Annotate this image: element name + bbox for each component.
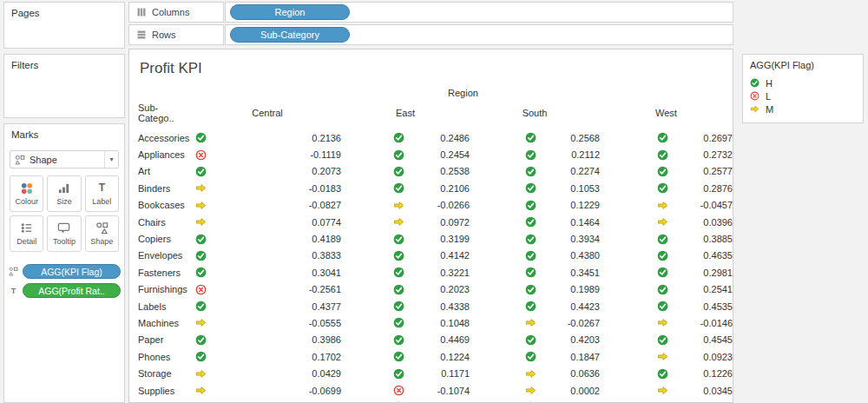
kpi-cell[interactable]: 0.0175 (600, 399, 733, 403)
detail-button[interactable]: Detail (10, 215, 43, 252)
row-label[interactable]: Labels (138, 301, 194, 312)
kpi-cell[interactable]: 0.2112 (470, 146, 600, 162)
legend-item-m[interactable]: M (750, 102, 856, 116)
legend-item-l[interactable]: L (750, 89, 856, 102)
colour-button[interactable]: Colour (10, 175, 43, 212)
kpi-cell[interactable]: 0.2876 (600, 180, 733, 196)
kpi-cell[interactable]: 0.1702 (194, 348, 341, 365)
kpi-cell[interactable]: -0.0555 (194, 314, 341, 331)
rows-shelf[interactable]: Sub-Category (225, 24, 733, 45)
size-button[interactable]: Size (47, 175, 81, 212)
label-button[interactable]: T Label (85, 175, 119, 212)
kpi-cell[interactable]: 0.4635 (600, 248, 733, 264)
kpi-cell[interactable]: 0.4423 (470, 298, 600, 314)
kpi-cell[interactable]: -0.0827 (194, 197, 341, 214)
kpi-cell[interactable]: 0.0345 (600, 382, 733, 399)
kpi-cell[interactable]: -0.0457 (600, 197, 733, 214)
kpi-cell[interactable]: 0.2577 (600, 163, 733, 180)
kpi-cell[interactable]: -0.1053 (470, 399, 600, 403)
kpi-cell[interactable]: 0.2106 (341, 180, 470, 196)
kpi-cell[interactable]: 0.0972 (341, 214, 470, 230)
columns-shelf[interactable]: Region (225, 2, 733, 23)
rows-pill-sub-category[interactable]: Sub-Category (230, 27, 350, 43)
kpi-cell[interactable]: -0.1074 (341, 382, 470, 399)
kpi-cell[interactable]: 0.1053 (470, 180, 600, 196)
kpi-cell[interactable]: 0.2732 (600, 146, 733, 162)
row-label[interactable]: Envelopes (138, 250, 194, 261)
mark-type-dropdown[interactable]: Shape ▾ (10, 150, 119, 168)
shape-button[interactable]: Shape (85, 215, 119, 252)
kpi-cell[interactable]: 0.2454 (341, 146, 470, 162)
kpi-cell[interactable]: 0.2274 (470, 163, 600, 180)
column-header-east[interactable]: East (341, 108, 470, 118)
kpi-cell[interactable]: -0.0909 (194, 399, 341, 403)
kpi-cell[interactable]: 0.1224 (341, 348, 470, 365)
kpi-cell[interactable]: 0.2073 (194, 163, 341, 180)
row-label[interactable]: Binders (138, 183, 194, 194)
kpi-cell[interactable]: 0.0923 (600, 348, 733, 365)
kpi-cell[interactable]: 0.4203 (470, 332, 600, 348)
kpi-cell[interactable]: 0.0429 (194, 365, 341, 381)
kpi-cell[interactable]: 0.4380 (470, 248, 600, 264)
kpi-cell[interactable]: 0.3934 (470, 230, 600, 247)
kpi-cell[interactable]: 0.1229 (470, 197, 600, 214)
row-label[interactable]: Phones (138, 352, 194, 362)
kpi-cell[interactable]: 0.4338 (341, 298, 470, 314)
kpi-cell[interactable]: 0.3199 (341, 230, 470, 247)
kpi-cell[interactable]: 0.2538 (341, 163, 470, 180)
kpi-cell[interactable]: 0.0002 (470, 382, 600, 399)
kpi-cell[interactable]: 0.3041 (194, 264, 341, 281)
row-label[interactable]: Accessories (138, 133, 194, 143)
kpi-cell[interactable]: 0.2541 (600, 281, 733, 298)
row-label[interactable]: Storage (138, 368, 194, 379)
kpi-cell[interactable]: 0.3221 (341, 264, 470, 281)
kpi-cell[interactable]: -0.0266 (341, 197, 470, 214)
column-header-central[interactable]: Central (194, 108, 341, 118)
row-dimension-header[interactable]: Sub-Catego.. (138, 102, 194, 123)
region-header[interactable]: Region (194, 88, 733, 102)
kpi-cell[interactable]: 0.4545 (600, 332, 733, 348)
kpi-cell[interactable]: 0.3986 (194, 332, 341, 348)
row-label[interactable]: Machines (138, 318, 194, 328)
kpi-cell[interactable]: -0.0267 (470, 314, 600, 331)
kpi-cell[interactable]: 0.1226 (600, 365, 733, 381)
row-label[interactable]: Art (138, 166, 194, 176)
kpi-cell[interactable]: -0.1119 (194, 146, 341, 162)
row-label[interactable]: Bookcases (138, 200, 194, 210)
kpi-cell[interactable]: 0.2568 (470, 129, 600, 146)
legend-item-h[interactable]: H (750, 76, 856, 89)
kpi-cell[interactable]: 0.4535 (600, 298, 733, 314)
legend-title[interactable]: AGG(KPI Flag) (750, 60, 856, 70)
row-label[interactable]: Furnishings (138, 284, 194, 294)
kpi-cell[interactable]: -0.0699 (194, 382, 341, 399)
kpi-cell[interactable]: -0.2817 (341, 399, 470, 403)
kpi-cell[interactable]: 0.2486 (341, 129, 470, 146)
row-label[interactable]: Copiers (138, 234, 194, 244)
kpi-cell[interactable]: 0.1464 (470, 214, 600, 230)
kpi-cell[interactable]: 0.4469 (341, 332, 470, 348)
column-header-south[interactable]: South (470, 108, 600, 118)
kpi-cell[interactable]: 0.3885 (600, 230, 733, 247)
kpi-cell[interactable]: 0.4189 (194, 230, 341, 247)
kpi-cell[interactable]: 0.1847 (470, 348, 600, 365)
kpi-cell[interactable]: 0.2023 (341, 281, 470, 298)
kpi-cell[interactable]: 0.4142 (341, 248, 470, 264)
column-header-west[interactable]: West (600, 108, 733, 118)
kpi-cell[interactable]: -0.0183 (194, 180, 341, 196)
tooltip-button[interactable]: Tooltip (47, 215, 81, 252)
kpi-cell[interactable]: 0.1989 (470, 281, 600, 298)
row-label[interactable]: Chairs (138, 217, 194, 228)
chevron-down-icon[interactable]: ▾ (104, 151, 118, 168)
kpi-cell[interactable]: 0.1048 (341, 314, 470, 331)
kpi-cell[interactable]: 0.2981 (600, 264, 733, 281)
pill-agg-profit-ratio[interactable]: AGG(Profit Rat.. (23, 283, 121, 298)
kpi-cell[interactable]: 0.2136 (194, 129, 341, 146)
row-label[interactable]: Appliances (138, 149, 194, 160)
kpi-cell[interactable]: -0.2561 (194, 281, 341, 298)
kpi-cell[interactable]: 0.4377 (194, 298, 341, 314)
kpi-cell[interactable]: 0.1171 (341, 365, 470, 381)
sheet-title[interactable]: Profit KPI (140, 60, 733, 77)
columns-pill-region[interactable]: Region (230, 4, 350, 20)
kpi-cell[interactable]: -0.0146 (600, 314, 733, 331)
kpi-cell[interactable]: 0.0396 (600, 214, 733, 230)
